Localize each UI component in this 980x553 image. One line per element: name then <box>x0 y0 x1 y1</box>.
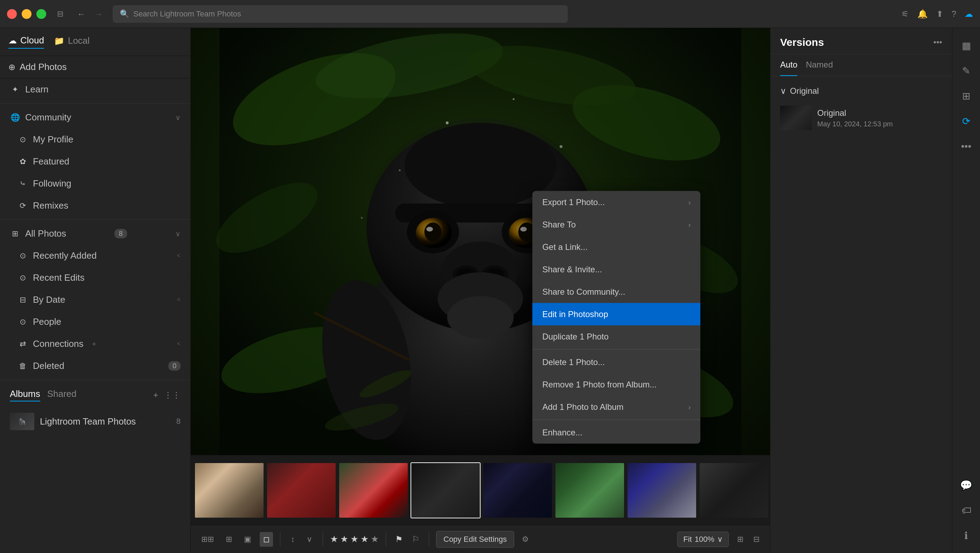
shared-tab[interactable]: Shared <box>47 388 76 402</box>
add-album-button[interactable]: + <box>153 390 158 400</box>
context-menu-shareinvite[interactable]: Share & Invite... <box>532 258 700 281</box>
filmstrip-thumb-7[interactable] <box>627 462 697 518</box>
context-menu-getlink[interactable]: Get a Link... <box>532 236 700 258</box>
zoom-control[interactable]: Fit 100% ∨ <box>677 532 729 547</box>
compare-toggle-button[interactable]: ⊞ <box>733 532 747 547</box>
sidebar-item-community[interactable]: 🌐 Community ∨ <box>0 106 190 129</box>
context-menu-delete[interactable]: Delete 1 Photo... <box>532 351 700 373</box>
divider-2 <box>0 219 190 220</box>
right-sidebar-info-icon[interactable]: ℹ <box>956 525 977 546</box>
detail-view-button[interactable]: ⊟ <box>750 532 763 547</box>
filmstrip-thumb-1[interactable] <box>194 462 264 518</box>
sort-albums-button[interactable]: ⋮⋮ <box>164 390 181 400</box>
flag-button[interactable]: ⚑ <box>393 532 405 547</box>
filmstrip-thumb-6[interactable] <box>555 462 625 518</box>
version-item-original[interactable]: Original May 10, 2024, 12:53 pm <box>777 100 945 136</box>
filmstrip-thumb-8[interactable] <box>699 462 769 518</box>
photo-main[interactable]: Export 1 Photo... › Share To › Get a Lin… <box>191 28 770 455</box>
sidebar-item-people[interactable]: ⊙ People <box>0 311 190 333</box>
cloud-icon[interactable]: ☁ <box>965 9 973 19</box>
sidebar-item-learn[interactable]: ✦ Learn <box>0 78 190 100</box>
album-item[interactable]: 🦍 Lightroom Team Photos 8 <box>0 407 190 436</box>
star-3[interactable]: ★ <box>350 534 358 545</box>
compare-view-button[interactable]: ▣ <box>240 532 255 547</box>
version-thumb-original <box>780 106 811 130</box>
sidebar-item-myprofile[interactable]: ⊙ My Profile <box>0 129 190 151</box>
star-4[interactable]: ★ <box>361 534 369 545</box>
sidebar-item-connections[interactable]: ⇄ Connections + < <box>0 333 190 355</box>
search-bar[interactable]: 🔍 <box>113 5 568 23</box>
add-photos-button[interactable]: ⊕ Add Photos <box>0 56 190 78</box>
sidebar-item-recentedits[interactable]: ⊙ Recent Edits <box>0 267 190 289</box>
search-input[interactable] <box>134 10 561 19</box>
sidebar-item-recentlyadded[interactable]: ⊙ Recently Added < <box>0 245 190 267</box>
sidebar-item-deleted[interactable]: 🗑 Deleted 0 <box>0 355 190 377</box>
allphotos-chevron: ∨ <box>175 230 181 238</box>
version-tab-named[interactable]: Named <box>806 54 833 76</box>
sort-dropdown-button[interactable]: ∨ <box>303 532 316 547</box>
star-2[interactable]: ★ <box>340 534 348 545</box>
right-sidebar-more-icon[interactable]: ••• <box>956 136 977 157</box>
album-count: 8 <box>177 417 181 426</box>
toolbar-bottom: ⊞⊞ ⊞ ▣ ◻ ↕ ∨ ★ ★ ★ ★ ★ ⚑ ⚐ Copy Ed <box>191 525 770 553</box>
context-menu-export-label: Export 1 Photo... <box>542 197 605 207</box>
version-tab-auto[interactable]: Auto <box>780 54 797 76</box>
bell-icon[interactable]: 🔔 <box>917 9 928 19</box>
connections-add-icon[interactable]: + <box>92 340 97 349</box>
copy-edit-settings-button[interactable]: Copy Edit Settings <box>436 531 514 548</box>
right-sidebar-detail-icon[interactable]: ⊞ <box>956 86 977 106</box>
right-sidebar-versions-icon[interactable]: ⟳ <box>956 111 977 132</box>
context-menu-shareto-label: Share To <box>542 220 576 230</box>
star-5[interactable]: ★ <box>371 534 379 545</box>
sidebar-item-bydate[interactable]: ⊟ By Date < <box>0 289 190 311</box>
close-button[interactable] <box>7 9 17 19</box>
context-menu-export[interactable]: Export 1 Photo... › <box>532 191 700 213</box>
recentedits-icon: ⊙ <box>18 273 28 283</box>
sidebar-item-following[interactable]: ⤷ Following <box>0 173 190 195</box>
svg-point-28 <box>447 296 514 339</box>
right-sidebar-histogram-icon[interactable]: ▦ <box>956 35 977 56</box>
star-1[interactable]: ★ <box>330 534 338 545</box>
version-section-header[interactable]: ∨ Original <box>777 82 945 100</box>
sidebar-item-featured[interactable]: ✿ Featured <box>0 151 190 173</box>
context-menu-shareto[interactable]: Share To › <box>532 213 700 236</box>
maximize-button[interactable] <box>37 9 46 19</box>
filmstrip-thumb-4-inner <box>411 463 480 518</box>
filmstrip-thumb-2[interactable] <box>266 462 336 518</box>
edit-settings-gear-button[interactable]: ⚙ <box>519 532 531 547</box>
right-panel-menu-icon[interactable]: ••• <box>934 37 942 47</box>
context-menu-enhance[interactable]: Enhance... <box>532 421 700 444</box>
allphotos-badge: 8 <box>115 229 127 238</box>
filter-icon[interactable]: ⚟ <box>901 9 909 19</box>
filmstrip-thumb-5[interactable] <box>483 462 553 518</box>
grid-view-button[interactable]: ⊞⊞ <box>198 532 217 547</box>
minimize-button[interactable] <box>22 9 32 19</box>
square-grid-button[interactable]: ⊞ <box>222 532 235 547</box>
forward-button[interactable]: → <box>92 8 106 20</box>
sidebar-item-remixes[interactable]: ⟳ Remixes <box>0 195 190 217</box>
right-sidebar-tag-icon[interactable]: 🏷 <box>956 500 977 521</box>
albums-tab[interactable]: Albums <box>10 388 40 402</box>
single-view-button[interactable]: ◻ <box>260 532 273 547</box>
local-tab-label: Local <box>68 35 90 46</box>
back-button[interactable]: ← <box>74 8 88 20</box>
sort-button[interactable]: ↕ <box>287 532 298 547</box>
context-menu-sharecommunity[interactable]: Share to Community... <box>532 281 700 303</box>
filmstrip-thumb-3[interactable] <box>339 462 409 518</box>
reject-button[interactable]: ⚐ <box>410 532 422 547</box>
right-sidebar-chat-icon[interactable]: 💬 <box>956 475 977 496</box>
local-tab[interactable]: 📁 Local <box>54 35 90 48</box>
help-icon[interactable]: ? <box>951 9 956 19</box>
cloud-tab[interactable]: ☁ Cloud <box>8 35 44 49</box>
sidebar-bydate-label: By Date <box>33 294 65 305</box>
share-icon[interactable]: ⬆ <box>936 9 943 19</box>
context-menu-duplicate[interactable]: Duplicate 1 Photo <box>532 326 700 348</box>
sidebar-item-allphotos[interactable]: ⊞ All Photos 8 ∨ <box>0 222 190 245</box>
context-menu-editphotoshop[interactable]: Edit in Photoshop <box>532 303 700 326</box>
context-menu-addtoalbum[interactable]: Add 1 Photo to Album › <box>532 396 700 418</box>
filmstrip-thumb-4[interactable] <box>410 462 480 518</box>
context-menu-removefromalbum[interactable]: Remove 1 Photo from Album... <box>532 373 700 396</box>
right-sidebar-edit-icon[interactable]: ✎ <box>956 60 977 81</box>
toolbar-divider-3 <box>386 532 386 547</box>
context-menu-shareto-arrow: › <box>689 221 691 229</box>
